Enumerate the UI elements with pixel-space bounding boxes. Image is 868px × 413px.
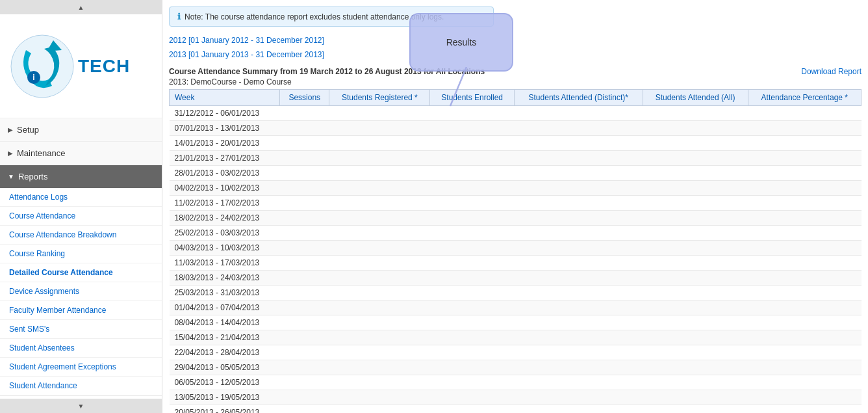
sidebar-section-setup: ▶ Setup — [0, 118, 162, 142]
sidebar-setup-header[interactable]: ▶ Setup — [0, 118, 162, 141]
cell-empty — [748, 360, 861, 375]
cell-empty — [280, 196, 329, 211]
table-row: 25/03/2013 - 31/03/2013 — [170, 286, 862, 300]
cell-week: 18/03/2013 - 24/03/2013 — [170, 271, 280, 286]
table-row: 18/03/2013 - 24/03/2013 — [170, 271, 862, 286]
cell-empty — [748, 196, 861, 211]
cell-empty — [643, 390, 748, 405]
cell-empty — [643, 315, 748, 330]
sidebar-item-course-ranking[interactable]: Course Ranking — [0, 245, 162, 263]
cell-week: 22/04/2013 - 28/04/2013 — [170, 345, 280, 360]
cell-empty — [430, 345, 515, 360]
main-scroll-area[interactable]: ℹ Note: The course attendance report exc… — [162, 0, 868, 413]
sidebar-item-course-attendance[interactable]: Course Attendance — [0, 207, 162, 226]
cell-empty — [514, 136, 643, 151]
cell-empty — [430, 286, 515, 300]
sidebar-item-device-assignments[interactable]: Device Assignments — [0, 282, 162, 301]
download-report-link[interactable]: Download Report — [801, 67, 862, 76]
year-2013-row: 2013 [01 January 2013 - 31 December 2013… — [169, 47, 862, 62]
table-row: 18/02/2013 - 24/02/2013 — [170, 211, 862, 226]
report-table: Week Sessions Students Registered * Stud… — [169, 89, 862, 413]
cell-empty — [643, 405, 748, 414]
cell-empty — [430, 106, 515, 121]
cell-week: 18/02/2013 - 24/02/2013 — [170, 211, 280, 226]
cell-empty — [514, 390, 643, 405]
logo-text: TECH — [78, 56, 130, 77]
cell-empty — [643, 345, 748, 360]
logo-icon: i — [6, 31, 78, 102]
cell-empty — [748, 166, 861, 181]
cell-empty — [430, 121, 515, 136]
cell-empty — [280, 390, 329, 405]
cell-empty — [280, 360, 329, 375]
cell-empty — [329, 405, 430, 414]
cell-empty — [329, 121, 430, 136]
table-row: 14/01/2013 - 20/01/2013 — [170, 136, 862, 151]
cell-empty — [430, 405, 515, 414]
report-summary-title: Course Attendance Summary from 19 March … — [169, 64, 788, 77]
sidebar-maintenance-header[interactable]: ▶ Maintenance — [0, 142, 162, 165]
cell-empty — [748, 300, 861, 315]
sidebar-item-attendance-logs[interactable]: Attendance Logs — [0, 188, 162, 207]
scroll-down-button[interactable]: ▼ — [0, 399, 162, 413]
sidebar-section-maintenance: ▶ Maintenance — [0, 142, 162, 165]
year-2012-row: 2012 [01 January 2012 - 31 December 2012… — [169, 33, 862, 47]
sidebar-section-reports: ▼ Reports Attendance Logs Course Attenda… — [0, 165, 162, 396]
cell-empty — [280, 405, 329, 414]
cell-empty — [280, 211, 329, 226]
sidebar-item-course-attendance-breakdown[interactable]: Course Attendance Breakdown — [0, 226, 162, 245]
sidebar-item-detailed-course-attendance[interactable]: Detailed Course Attendance — [0, 263, 162, 282]
cell-empty — [329, 330, 430, 345]
table-row: 11/02/2013 - 17/02/2013 — [170, 196, 862, 211]
cell-empty — [643, 121, 748, 136]
cell-week: 11/02/2013 - 17/02/2013 — [170, 196, 280, 211]
cell-week: 06/05/2013 - 12/05/2013 — [170, 375, 280, 390]
table-row: 04/03/2013 - 10/03/2013 — [170, 241, 862, 256]
year-2012-link[interactable]: 2012 [01 January 2012 - 31 December 2012… — [169, 36, 324, 45]
cell-empty — [514, 121, 643, 136]
setup-label: Setup — [17, 125, 39, 135]
setup-arrow-icon: ▶ — [8, 126, 13, 133]
table-row: 25/02/2013 - 03/03/2013 — [170, 226, 862, 241]
table-row: 01/04/2013 - 07/04/2013 — [170, 300, 862, 315]
cell-empty — [280, 271, 329, 286]
cell-empty — [329, 196, 430, 211]
col-attendance-percentage: Attendance Percentage * — [748, 90, 861, 106]
table-row: 11/03/2013 - 17/03/2013 — [170, 256, 862, 271]
cell-empty — [280, 121, 329, 136]
cell-empty — [514, 300, 643, 315]
sidebar-item-student-absentees[interactable]: Student Absentees — [0, 339, 162, 358]
year-2013-link[interactable]: 2013 [01 January 2013 - 31 December 2013… — [169, 50, 324, 59]
cell-empty — [514, 166, 643, 181]
sidebar-item-sent-sms[interactable]: Sent SMS's — [0, 320, 162, 339]
cell-empty — [514, 181, 643, 196]
cell-empty — [748, 315, 861, 330]
cell-empty — [643, 166, 748, 181]
cell-week: 01/04/2013 - 07/04/2013 — [170, 300, 280, 315]
cell-empty — [329, 241, 430, 256]
table-row: 21/01/2013 - 27/01/2013 — [170, 151, 862, 166]
cell-empty — [643, 256, 748, 271]
cell-empty — [430, 375, 515, 390]
sidebar-reports-header[interactable]: ▼ Reports — [0, 165, 162, 188]
cell-empty — [329, 151, 430, 166]
sidebar-item-student-attendance[interactable]: Student Attendance — [0, 377, 162, 395]
cell-empty — [643, 375, 748, 390]
cell-empty — [280, 136, 329, 151]
cell-empty — [514, 106, 643, 121]
cell-empty — [280, 181, 329, 196]
sidebar-item-faculty-member-attendance[interactable]: Faculty Member Attendance — [0, 301, 162, 320]
cell-week: 20/05/2013 - 26/05/2013 — [170, 405, 280, 414]
cell-empty — [430, 136, 515, 151]
cell-empty — [280, 330, 329, 345]
scroll-up-button[interactable]: ▲ — [0, 0, 162, 14]
maintenance-label: Maintenance — [17, 148, 65, 158]
cell-empty — [643, 226, 748, 241]
sidebar-item-student-agreement-exceptions[interactable]: Student Agreement Exceptions — [0, 358, 162, 377]
cell-empty — [430, 151, 515, 166]
table-row: 29/04/2013 - 05/05/2013 — [170, 360, 862, 375]
cell-empty — [748, 286, 861, 300]
report-header: Course Attendance Summary from 19 March … — [169, 64, 862, 89]
table-row: 31/12/2012 - 06/01/2013 — [170, 106, 862, 121]
cell-empty — [430, 360, 515, 375]
